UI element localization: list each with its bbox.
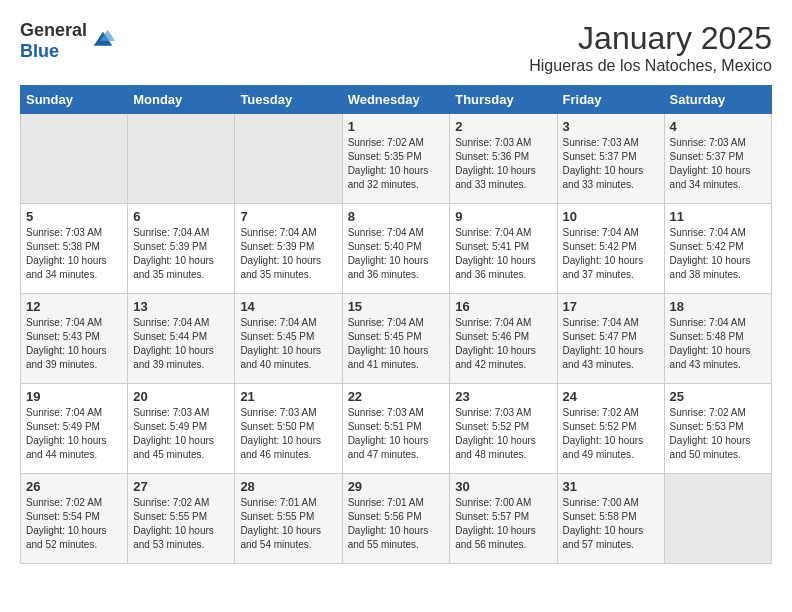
calendar-cell: 4Sunrise: 7:03 AMSunset: 5:37 PMDaylight… <box>664 114 771 204</box>
calendar-cell: 17Sunrise: 7:04 AMSunset: 5:47 PMDayligh… <box>557 294 664 384</box>
day-number: 2 <box>455 119 551 134</box>
day-info: Sunrise: 7:04 AMSunset: 5:42 PMDaylight:… <box>670 226 766 282</box>
logo-text: General Blue <box>20 20 87 62</box>
calendar-cell: 9Sunrise: 7:04 AMSunset: 5:41 PMDaylight… <box>450 204 557 294</box>
weekday-header-row: SundayMondayTuesdayWednesdayThursdayFrid… <box>21 86 772 114</box>
calendar-cell: 23Sunrise: 7:03 AMSunset: 5:52 PMDayligh… <box>450 384 557 474</box>
weekday-header-sunday: Sunday <box>21 86 128 114</box>
day-number: 12 <box>26 299 122 314</box>
calendar-cell: 30Sunrise: 7:00 AMSunset: 5:57 PMDayligh… <box>450 474 557 564</box>
day-info: Sunrise: 7:02 AMSunset: 5:53 PMDaylight:… <box>670 406 766 462</box>
day-info: Sunrise: 7:04 AMSunset: 5:39 PMDaylight:… <box>133 226 229 282</box>
weekday-header-tuesday: Tuesday <box>235 86 342 114</box>
calendar-week-row: 26Sunrise: 7:02 AMSunset: 5:54 PMDayligh… <box>21 474 772 564</box>
calendar-cell: 25Sunrise: 7:02 AMSunset: 5:53 PMDayligh… <box>664 384 771 474</box>
logo-icon <box>89 27 117 55</box>
day-number: 17 <box>563 299 659 314</box>
day-number: 18 <box>670 299 766 314</box>
day-info: Sunrise: 7:02 AMSunset: 5:35 PMDaylight:… <box>348 136 445 192</box>
calendar-cell: 29Sunrise: 7:01 AMSunset: 5:56 PMDayligh… <box>342 474 450 564</box>
calendar-cell: 12Sunrise: 7:04 AMSunset: 5:43 PMDayligh… <box>21 294 128 384</box>
day-number: 14 <box>240 299 336 314</box>
day-number: 21 <box>240 389 336 404</box>
day-info: Sunrise: 7:04 AMSunset: 5:39 PMDaylight:… <box>240 226 336 282</box>
calendar-table: SundayMondayTuesdayWednesdayThursdayFrid… <box>20 85 772 564</box>
calendar-cell: 27Sunrise: 7:02 AMSunset: 5:55 PMDayligh… <box>128 474 235 564</box>
logo-general: General <box>20 20 87 40</box>
day-info: Sunrise: 7:04 AMSunset: 5:40 PMDaylight:… <box>348 226 445 282</box>
day-info: Sunrise: 7:03 AMSunset: 5:36 PMDaylight:… <box>455 136 551 192</box>
calendar-body: 1Sunrise: 7:02 AMSunset: 5:35 PMDaylight… <box>21 114 772 564</box>
day-number: 6 <box>133 209 229 224</box>
calendar-cell: 24Sunrise: 7:02 AMSunset: 5:52 PMDayligh… <box>557 384 664 474</box>
calendar-cell: 26Sunrise: 7:02 AMSunset: 5:54 PMDayligh… <box>21 474 128 564</box>
weekday-header-monday: Monday <box>128 86 235 114</box>
day-number: 28 <box>240 479 336 494</box>
day-number: 3 <box>563 119 659 134</box>
day-number: 23 <box>455 389 551 404</box>
day-info: Sunrise: 7:00 AMSunset: 5:57 PMDaylight:… <box>455 496 551 552</box>
day-info: Sunrise: 7:04 AMSunset: 5:48 PMDaylight:… <box>670 316 766 372</box>
calendar-cell: 20Sunrise: 7:03 AMSunset: 5:49 PMDayligh… <box>128 384 235 474</box>
page-header: General Blue January 2025 Higueras de lo… <box>20 20 772 75</box>
day-number: 20 <box>133 389 229 404</box>
calendar-week-row: 1Sunrise: 7:02 AMSunset: 5:35 PMDaylight… <box>21 114 772 204</box>
day-number: 25 <box>670 389 766 404</box>
day-info: Sunrise: 7:04 AMSunset: 5:42 PMDaylight:… <box>563 226 659 282</box>
day-number: 15 <box>348 299 445 314</box>
day-number: 13 <box>133 299 229 314</box>
day-info: Sunrise: 7:03 AMSunset: 5:37 PMDaylight:… <box>563 136 659 192</box>
weekday-header-friday: Friday <box>557 86 664 114</box>
calendar-cell: 21Sunrise: 7:03 AMSunset: 5:50 PMDayligh… <box>235 384 342 474</box>
day-number: 29 <box>348 479 445 494</box>
calendar-cell: 6Sunrise: 7:04 AMSunset: 5:39 PMDaylight… <box>128 204 235 294</box>
weekday-header-saturday: Saturday <box>664 86 771 114</box>
day-info: Sunrise: 7:04 AMSunset: 5:45 PMDaylight:… <box>348 316 445 372</box>
day-number: 9 <box>455 209 551 224</box>
day-info: Sunrise: 7:04 AMSunset: 5:46 PMDaylight:… <box>455 316 551 372</box>
weekday-header-thursday: Thursday <box>450 86 557 114</box>
day-number: 16 <box>455 299 551 314</box>
day-info: Sunrise: 7:03 AMSunset: 5:52 PMDaylight:… <box>455 406 551 462</box>
calendar-cell: 11Sunrise: 7:04 AMSunset: 5:42 PMDayligh… <box>664 204 771 294</box>
calendar-cell: 3Sunrise: 7:03 AMSunset: 5:37 PMDaylight… <box>557 114 664 204</box>
location-subtitle: Higueras de los Natoches, Mexico <box>529 57 772 75</box>
day-info: Sunrise: 7:03 AMSunset: 5:50 PMDaylight:… <box>240 406 336 462</box>
month-title: January 2025 <box>529 20 772 57</box>
calendar-week-row: 5Sunrise: 7:03 AMSunset: 5:38 PMDaylight… <box>21 204 772 294</box>
calendar-cell: 19Sunrise: 7:04 AMSunset: 5:49 PMDayligh… <box>21 384 128 474</box>
calendar-cell <box>21 114 128 204</box>
day-info: Sunrise: 7:00 AMSunset: 5:58 PMDaylight:… <box>563 496 659 552</box>
calendar-cell: 28Sunrise: 7:01 AMSunset: 5:55 PMDayligh… <box>235 474 342 564</box>
day-info: Sunrise: 7:02 AMSunset: 5:55 PMDaylight:… <box>133 496 229 552</box>
day-info: Sunrise: 7:04 AMSunset: 5:49 PMDaylight:… <box>26 406 122 462</box>
day-info: Sunrise: 7:03 AMSunset: 5:51 PMDaylight:… <box>348 406 445 462</box>
day-number: 10 <box>563 209 659 224</box>
day-info: Sunrise: 7:01 AMSunset: 5:56 PMDaylight:… <box>348 496 445 552</box>
day-number: 19 <box>26 389 122 404</box>
day-info: Sunrise: 7:03 AMSunset: 5:38 PMDaylight:… <box>26 226 122 282</box>
day-number: 26 <box>26 479 122 494</box>
day-number: 4 <box>670 119 766 134</box>
calendar-cell: 16Sunrise: 7:04 AMSunset: 5:46 PMDayligh… <box>450 294 557 384</box>
calendar-week-row: 12Sunrise: 7:04 AMSunset: 5:43 PMDayligh… <box>21 294 772 384</box>
day-number: 8 <box>348 209 445 224</box>
day-number: 31 <box>563 479 659 494</box>
day-number: 27 <box>133 479 229 494</box>
day-info: Sunrise: 7:03 AMSunset: 5:37 PMDaylight:… <box>670 136 766 192</box>
day-info: Sunrise: 7:04 AMSunset: 5:47 PMDaylight:… <box>563 316 659 372</box>
weekday-header-wednesday: Wednesday <box>342 86 450 114</box>
day-info: Sunrise: 7:02 AMSunset: 5:54 PMDaylight:… <box>26 496 122 552</box>
calendar-cell: 22Sunrise: 7:03 AMSunset: 5:51 PMDayligh… <box>342 384 450 474</box>
calendar-cell: 10Sunrise: 7:04 AMSunset: 5:42 PMDayligh… <box>557 204 664 294</box>
day-number: 1 <box>348 119 445 134</box>
day-info: Sunrise: 7:03 AMSunset: 5:49 PMDaylight:… <box>133 406 229 462</box>
day-number: 24 <box>563 389 659 404</box>
calendar-cell: 1Sunrise: 7:02 AMSunset: 5:35 PMDaylight… <box>342 114 450 204</box>
day-info: Sunrise: 7:01 AMSunset: 5:55 PMDaylight:… <box>240 496 336 552</box>
calendar-cell <box>664 474 771 564</box>
calendar-cell: 14Sunrise: 7:04 AMSunset: 5:45 PMDayligh… <box>235 294 342 384</box>
calendar-cell <box>128 114 235 204</box>
day-number: 7 <box>240 209 336 224</box>
day-number: 30 <box>455 479 551 494</box>
